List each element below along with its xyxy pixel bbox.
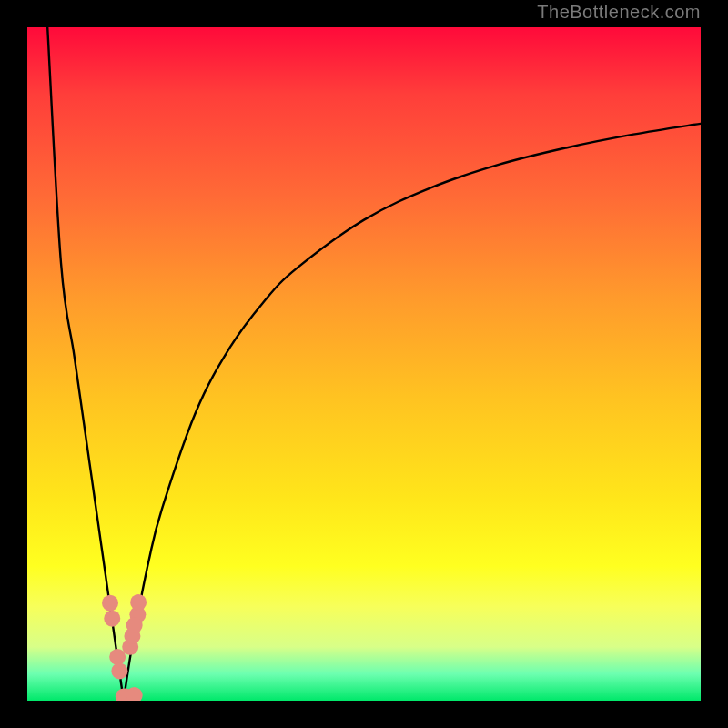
data-marker — [102, 595, 118, 612]
curve-right-branch — [124, 124, 701, 701]
plot-area — [27, 27, 701, 701]
watermark-text: TheBottleneck.com — [537, 2, 701, 23]
data-marker — [130, 594, 147, 611]
data-marker — [104, 611, 120, 627]
data-marker — [126, 617, 143, 633]
bottleneck-curve-chart — [27, 27, 701, 701]
data-marker — [111, 662, 127, 679]
chart-frame: TheBottleneck.com — [0, 0, 728, 728]
data-marker — [109, 649, 126, 665]
